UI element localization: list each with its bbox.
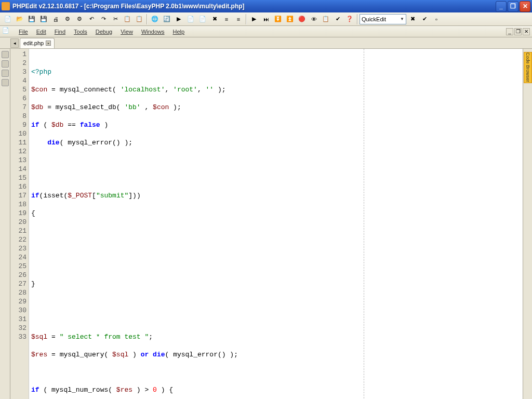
chevron-down-icon: ▼ — [400, 17, 404, 21]
indent-icon[interactable]: ≡ — [221, 14, 232, 25]
paste-icon[interactable]: 📋 — [134, 14, 145, 25]
save-all-icon[interactable]: 💾 — [38, 14, 49, 25]
doc-icon[interactable]: 📄 — [185, 14, 196, 25]
list-icon[interactable]: 📋 — [320, 14, 331, 25]
save-icon[interactable]: 💾 — [26, 14, 37, 25]
debug-out-icon[interactable]: ⏫ — [284, 14, 296, 25]
breakpoint-icon[interactable]: 🔴 — [296, 14, 308, 25]
gutter-tool-icon[interactable] — [2, 51, 9, 58]
debug-into-icon[interactable]: ⏬ — [272, 14, 284, 25]
window-title: PHPEdit v2.12.10.6817 - [c:\Program File… — [12, 3, 495, 10]
gutter-tool-icon[interactable] — [2, 70, 9, 77]
separator — [147, 14, 148, 24]
nav-icon[interactable]: ▶ — [173, 14, 184, 25]
child-close-button[interactable]: ✕ — [523, 28, 530, 35]
menu-view[interactable]: View — [116, 27, 137, 36]
maximize-button[interactable]: ❐ — [508, 1, 518, 12]
open-file-icon[interactable]: 📂 — [14, 14, 25, 25]
minimize-button[interactable]: _ — [496, 1, 507, 12]
tool-icon[interactable]: ⚙ — [62, 14, 73, 25]
refresh-icon[interactable]: 🔄 — [161, 14, 172, 25]
editor-area: 1234567891011121314151617181920212223242… — [0, 49, 532, 399]
tab-edit-php[interactable]: edit.php × — [20, 38, 55, 48]
menu-find[interactable]: Find — [50, 27, 70, 36]
watch-icon[interactable]: 👁 — [308, 14, 320, 25]
separator — [246, 14, 247, 24]
cancel-icon[interactable]: ✖ — [209, 14, 220, 25]
prev-tab-button[interactable]: ◂ — [10, 38, 19, 48]
left-tool-gutter — [0, 49, 10, 399]
menu-file[interactable]: File — [15, 27, 32, 36]
debug-run-icon[interactable]: ▶ — [248, 14, 260, 25]
menu-windows[interactable]: Windows — [137, 27, 169, 36]
quickedit-label: QuickEdit — [362, 16, 386, 22]
menu-help[interactable]: Help — [169, 27, 189, 36]
tool2-icon[interactable]: ⚙ — [74, 14, 85, 25]
tab-bar: ◂ edit.php × — [0, 37, 532, 49]
gutter-tool-icon[interactable] — [2, 60, 9, 68]
gutter-tool-icon[interactable] — [2, 79, 9, 86]
code-browser-tab[interactable]: Code Browser — [524, 52, 532, 83]
copy-icon[interactable]: 📋 — [122, 14, 133, 25]
child-minimize-button[interactable]: _ — [506, 28, 513, 35]
print-icon[interactable]: 🖨 — [50, 14, 61, 25]
app-icon — [2, 2, 10, 10]
tab-label: edit.php — [23, 40, 44, 46]
child-restore-button[interactable]: ❐ — [514, 28, 522, 35]
undo-icon[interactable]: ↶ — [86, 14, 97, 25]
title-bar: PHPEdit v2.12.10.6817 - [c:\Program File… — [0, 0, 532, 12]
outdent-icon[interactable]: ≡ — [233, 14, 244, 25]
code-editor[interactable]: <?php $con = mysql_connect( 'localhost',… — [29, 49, 523, 399]
doc2-icon[interactable]: 📄 — [197, 14, 208, 25]
margin-guide — [364, 49, 364, 399]
close-button[interactable]: ✕ — [520, 1, 530, 12]
help-icon[interactable]: ❓ — [344, 14, 355, 25]
cut-icon[interactable]: ✂ — [110, 14, 121, 25]
line-number-gutter: 1234567891011121314151617181920212223242… — [10, 49, 29, 399]
clear-icon[interactable]: ✖ — [407, 14, 418, 25]
tab-close-icon[interactable]: × — [46, 41, 51, 46]
check-icon[interactable]: ✔ — [332, 14, 343, 25]
new-file-icon[interactable]: 📄 — [2, 14, 14, 25]
browser-icon[interactable]: 🌐 — [149, 14, 161, 25]
menu-edit[interactable]: Edit — [32, 27, 50, 36]
separator — [357, 14, 358, 24]
quickedit-combo[interactable]: QuickEdit ▼ — [360, 14, 406, 24]
doc-icon[interactable]: 📄 — [2, 27, 11, 36]
apply-icon[interactable]: ✔ — [419, 14, 430, 25]
main-toolbar: 📄 📂 💾 💾 🖨 ⚙ ⚙ ↶ ↷ ✂ 📋 📋 🌐 🔄 ▶ 📄 📄 ✖ ≡ ≡ … — [0, 12, 532, 26]
menu-debug[interactable]: Debug — [91, 27, 116, 36]
menu-tools[interactable]: Tools — [70, 27, 91, 36]
debug-step-icon[interactable]: ⏭ — [260, 14, 272, 25]
extra-icon[interactable]: ▫ — [431, 14, 442, 25]
right-panel: Code Browser — [523, 49, 532, 399]
menu-bar: 📄 File Edit Find Tools Debug View Window… — [0, 26, 532, 37]
redo-icon[interactable]: ↷ — [98, 14, 109, 25]
